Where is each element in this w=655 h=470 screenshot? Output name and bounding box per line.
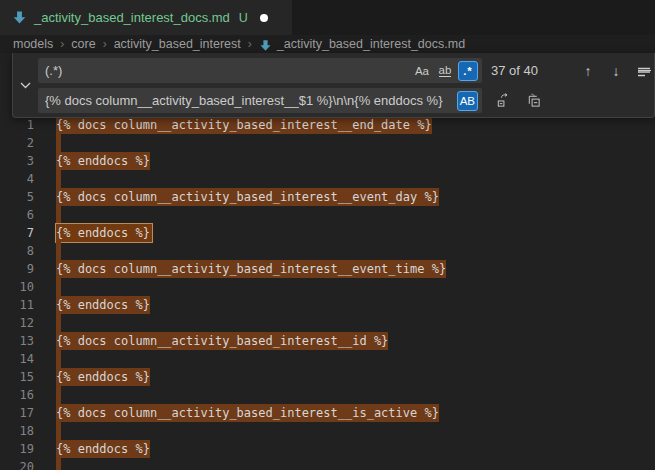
- find-match[interactable]: {% enddocs %}: [56, 440, 150, 458]
- empty-line-match-highlight: [56, 386, 61, 404]
- breadcrumb-item[interactable]: models: [13, 37, 53, 51]
- code-text[interactable]: [34, 170, 61, 188]
- code-line[interactable]: 16: [0, 386, 655, 404]
- code-text[interactable]: [34, 386, 61, 404]
- code-text[interactable]: [34, 134, 61, 152]
- find-match[interactable]: {% enddocs %}: [56, 368, 150, 386]
- match-count: 37 of 40: [491, 63, 551, 78]
- line-number: 1: [0, 116, 34, 134]
- code-line[interactable]: 13{% docs column__activity_based_interes…: [0, 332, 655, 350]
- breadcrumb-file[interactable]: _activity_based_interest_docs.md: [277, 37, 465, 51]
- match-case-button[interactable]: Aa: [412, 61, 432, 81]
- empty-line-match-highlight: [56, 422, 61, 440]
- code-text[interactable]: {% enddocs %}: [34, 224, 152, 242]
- code-text[interactable]: {% docs column__activity_based_interest_…: [34, 404, 439, 422]
- line-number: 6: [0, 206, 34, 224]
- replace-input[interactable]: {% docs column__activity_based_interest_…: [38, 88, 482, 113]
- find-match[interactable]: {% enddocs %}: [56, 296, 150, 314]
- code-text[interactable]: {% docs column__activity_based_interest_…: [34, 116, 432, 134]
- code-line[interactable]: 18: [0, 422, 655, 440]
- line-number: 12: [0, 314, 34, 332]
- code-text[interactable]: {% docs column__activity_based_interest_…: [34, 332, 388, 350]
- find-match[interactable]: {% enddocs %}: [56, 152, 150, 170]
- code-text[interactable]: [34, 422, 61, 440]
- find-match[interactable]: {% docs column__activity_based_interest_…: [56, 404, 439, 422]
- code-line[interactable]: 3{% enddocs %}: [0, 152, 655, 170]
- line-number: 19: [0, 440, 34, 458]
- current-find-match[interactable]: {% enddocs %}: [56, 224, 152, 242]
- find-input[interactable]: (.*) Aa ab .*: [38, 58, 482, 83]
- line-number: 14: [0, 350, 34, 368]
- code-text[interactable]: [34, 278, 61, 296]
- code-text[interactable]: {% enddocs %}: [34, 296, 150, 314]
- regex-button[interactable]: .*: [458, 61, 478, 81]
- markdown-icon: [12, 10, 27, 25]
- find-value[interactable]: (.*): [45, 63, 409, 78]
- find-match[interactable]: {% docs column__activity_based_interest_…: [56, 188, 439, 206]
- next-match-button[interactable]: ↓: [605, 60, 627, 82]
- code-line[interactable]: 20: [0, 458, 655, 470]
- code-line[interactable]: 6: [0, 206, 655, 224]
- code-line[interactable]: 9{% docs column__activity_based_interest…: [0, 260, 655, 278]
- line-number: 15: [0, 368, 34, 386]
- selection-lines-icon: [637, 65, 651, 77]
- replace-value[interactable]: {% docs column__activity_based_interest_…: [45, 93, 454, 108]
- code-text[interactable]: [34, 206, 61, 224]
- code-line[interactable]: 17{% docs column__activity_based_interes…: [0, 404, 655, 422]
- code-line[interactable]: 8: [0, 242, 655, 260]
- code-line[interactable]: 4: [0, 170, 655, 188]
- code-line[interactable]: 19{% enddocs %}: [0, 440, 655, 458]
- breadcrumb: models›core›activity_based_interest›_act…: [0, 35, 655, 53]
- toggle-replace-chevron[interactable]: [13, 58, 38, 112]
- editor-tab[interactable]: _activity_based_interest_docs.md U: [0, 0, 292, 35]
- code-text[interactable]: {% enddocs %}: [34, 368, 150, 386]
- markdown-icon: [259, 39, 272, 52]
- find-match[interactable]: {% docs column__activity_based_interest_…: [56, 332, 388, 350]
- editor-pane[interactable]: 1{% docs column__activity_based_interest…: [0, 53, 655, 470]
- code-line[interactable]: 5{% docs column__activity_based_interest…: [0, 188, 655, 206]
- code-line[interactable]: 7{% enddocs %}: [0, 224, 655, 242]
- line-number: 2: [0, 134, 34, 152]
- chevron-down-icon: [20, 82, 31, 89]
- replace-all-button[interactable]: [522, 90, 544, 112]
- code-line[interactable]: 10: [0, 278, 655, 296]
- code-line[interactable]: 14: [0, 350, 655, 368]
- empty-line-match-highlight: [56, 206, 61, 224]
- code-text[interactable]: [34, 458, 61, 470]
- code-line[interactable]: 15{% enddocs %}: [0, 368, 655, 386]
- line-number: 17: [0, 404, 34, 422]
- line-number: 7: [0, 224, 34, 242]
- previous-match-button[interactable]: ↑: [577, 60, 599, 82]
- code-line[interactable]: 2: [0, 134, 655, 152]
- breadcrumb-separator: ›: [60, 37, 64, 51]
- breadcrumb-item[interactable]: core: [71, 37, 95, 51]
- code-text[interactable]: {% docs column__activity_based_interest_…: [34, 260, 446, 278]
- code-line[interactable]: 1{% docs column__activity_based_interest…: [0, 116, 655, 134]
- find-match[interactable]: {% docs column__activity_based_interest_…: [56, 260, 446, 278]
- code-text[interactable]: [34, 242, 61, 260]
- line-number: 5: [0, 188, 34, 206]
- preserve-case-button[interactable]: AB: [457, 91, 478, 111]
- find-match[interactable]: {% docs column__activity_based_interest_…: [56, 116, 432, 134]
- breadcrumb-item[interactable]: activity_based_interest: [114, 37, 241, 51]
- replace-icon: [495, 93, 510, 108]
- breadcrumb-separator: ›: [248, 37, 252, 51]
- code-text[interactable]: {% docs column__activity_based_interest_…: [34, 188, 439, 206]
- whole-word-button[interactable]: ab: [435, 61, 455, 81]
- tab-bar: _activity_based_interest_docs.md U: [0, 0, 655, 35]
- empty-line-match-highlight: [56, 458, 61, 470]
- unsaved-dot-icon[interactable]: [260, 14, 268, 22]
- code-line[interactable]: 11{% enddocs %}: [0, 296, 655, 314]
- replace-button[interactable]: [491, 90, 513, 112]
- line-number: 18: [0, 422, 34, 440]
- line-number: 16: [0, 386, 34, 404]
- code-text[interactable]: {% enddocs %}: [34, 152, 150, 170]
- code-text[interactable]: {% enddocs %}: [34, 440, 150, 458]
- empty-line-match-highlight: [56, 314, 61, 332]
- find-in-selection-button[interactable]: [633, 60, 655, 82]
- code-line[interactable]: 12: [0, 314, 655, 332]
- code-text[interactable]: [34, 350, 61, 368]
- empty-line-match-highlight: [56, 242, 61, 260]
- code-text[interactable]: [34, 314, 61, 332]
- find-replace-widget: (.*) Aa ab .* 37 of 40 ↑ ↓ ✕: [12, 53, 655, 118]
